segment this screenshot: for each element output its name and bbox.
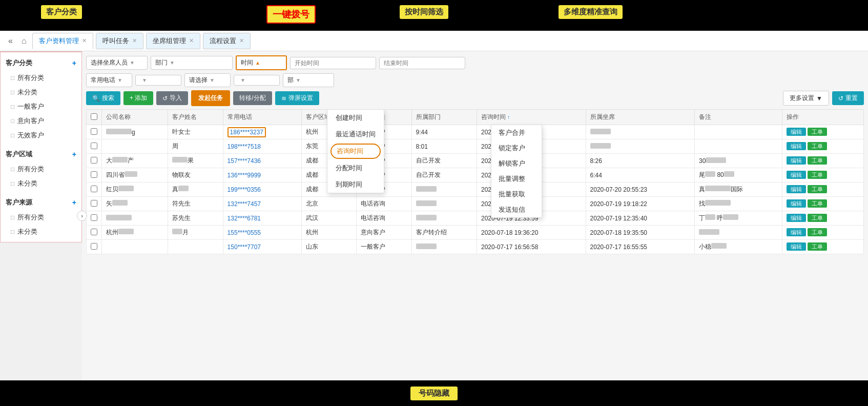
sidebar-item-source-uncategorized[interactable]: □ 未分类 xyxy=(1,225,81,239)
cell-phone[interactable]: 132****6781 xyxy=(223,211,301,226)
cell-phone[interactable]: 155****0555 xyxy=(223,226,301,240)
filter-select-4[interactable]: ▼ xyxy=(234,75,280,86)
menu-unlock[interactable]: 解锁客户 xyxy=(491,156,542,171)
sidebar-collapse-btn[interactable]: › xyxy=(77,211,87,221)
edit-btn[interactable]: 编辑 xyxy=(787,228,806,236)
ticket-btn[interactable]: 工单 xyxy=(808,199,827,208)
cell-name: 物联友 xyxy=(168,168,223,182)
table-row: 矢 符先生 132****7457 北京 电话咨询 2020-07-19 19:… xyxy=(87,197,864,211)
sidebar-item-intent-customer[interactable]: □ 意向客户 xyxy=(1,114,81,128)
add-customer-region-btn[interactable]: + xyxy=(72,150,76,158)
edit-btn[interactable]: 编辑 xyxy=(787,185,806,193)
col-note: 备注 xyxy=(695,110,782,125)
filter-select-3[interactable]: 请选择 ▼ xyxy=(184,73,231,87)
filter-select-2[interactable]: ▼ xyxy=(135,75,181,86)
start-time-input[interactable] xyxy=(290,57,376,69)
close-tab-call[interactable]: ✕ xyxy=(132,37,137,44)
row-checkbox[interactable] xyxy=(91,186,97,192)
row-checkbox[interactable] xyxy=(91,157,97,164)
end-time-input[interactable] xyxy=(379,57,465,69)
menu-batch-adjust[interactable]: 批量调整 xyxy=(491,171,542,187)
task-button[interactable]: 发起任务 xyxy=(191,90,230,106)
ticket-btn[interactable]: 工单 xyxy=(808,228,827,236)
dept-select[interactable]: 部门 ▼ xyxy=(151,56,233,70)
cell-phone[interactable]: 198****7518 xyxy=(223,139,301,154)
ticket-btn[interactable]: 工单 xyxy=(808,242,827,251)
menu-lock[interactable]: 锁定客户 xyxy=(491,140,542,156)
cell-phone[interactable]: 199****0356 xyxy=(223,182,301,197)
transfer-button[interactable]: 转移/分配 xyxy=(233,91,272,105)
close-tab-flow[interactable]: ✕ xyxy=(239,37,244,44)
ticket-btn[interactable]: 工单 xyxy=(808,214,827,222)
time-select[interactable]: 时间 ▲ xyxy=(236,55,287,70)
sidebar-section-customer-region[interactable]: 客户区域 + xyxy=(1,147,81,162)
sidebar-item-general-customer[interactable]: □ 一般客户 xyxy=(1,99,81,114)
sidebar-section-customer-category[interactable]: 客户分类 + xyxy=(1,55,81,71)
dept-select-2[interactable]: 部 ▼ xyxy=(283,73,334,87)
sidebar-item-invalid-customer[interactable]: □ 无效客户 xyxy=(1,128,81,143)
time-option-consult[interactable]: 咨询时间 xyxy=(330,144,381,159)
cell-note: 找 xyxy=(695,197,782,211)
cell-phone[interactable]: 132****7457 xyxy=(223,197,301,211)
menu-merge[interactable]: 客户合并 xyxy=(491,125,542,140)
row-checkbox[interactable] xyxy=(91,243,97,250)
row-checkbox[interactable] xyxy=(91,128,97,135)
ticket-btn[interactable]: 工单 xyxy=(808,142,827,150)
row-checkbox[interactable] xyxy=(91,214,97,221)
tab-call[interactable]: 呼叫任务 ✕ xyxy=(96,33,143,49)
collapse-icon[interactable]: « xyxy=(5,34,16,48)
cell-phone[interactable]: 136****9999 xyxy=(223,168,301,182)
time-option-assign[interactable]: 分配时间 xyxy=(327,160,384,176)
agent-select[interactable]: 选择坐席人员 ▼ xyxy=(86,56,148,70)
ticket-btn[interactable]: 工单 xyxy=(808,185,827,193)
close-tab-customer[interactable]: ✕ xyxy=(82,37,87,44)
row-checkbox[interactable] xyxy=(91,171,97,178)
menu-batch-get[interactable]: 批量获取 xyxy=(491,187,542,202)
edit-btn[interactable]: 编辑 xyxy=(787,242,806,251)
add-customer-source-btn[interactable]: + xyxy=(72,198,76,207)
popup-button[interactable]: ≋ 弹屏设置 xyxy=(275,91,319,105)
home-icon[interactable]: ⌂ xyxy=(18,34,30,48)
sidebar-item-uncategorized[interactable]: □ 未分类 xyxy=(1,85,81,99)
row-checkbox[interactable] xyxy=(91,143,97,149)
sidebar-section-customer-source[interactable]: 客户来源 + xyxy=(1,195,81,210)
sidebar-item-region-all[interactable]: □ 所有分类 xyxy=(1,162,81,176)
menu-send-sms[interactable]: 发送短信 xyxy=(491,202,542,217)
import-button[interactable]: ↺ 导入 xyxy=(156,91,188,105)
reset-button[interactable]: ↺ 重置 xyxy=(832,91,864,105)
edit-btn[interactable]: 编辑 xyxy=(787,128,806,136)
sidebar-item-region-uncategorized[interactable]: □ 未分类 xyxy=(1,176,81,191)
cell-phone[interactable]: 186****3237 xyxy=(223,125,301,139)
cell-company: 大产 xyxy=(102,154,168,168)
more-settings-button[interactable]: 更多设置 ▼ xyxy=(783,91,829,106)
select-all-checkbox[interactable] xyxy=(91,113,97,120)
tab-flow[interactable]: 流程设置 ✕ xyxy=(203,33,251,49)
tab-customer[interactable]: 客户资料管理 ✕ xyxy=(32,33,93,49)
time-option-create[interactable]: 创建时间 xyxy=(327,110,384,126)
add-customer-category-btn[interactable]: + xyxy=(72,59,76,67)
edit-btn[interactable]: 编辑 xyxy=(787,156,806,165)
edit-btn[interactable]: 编辑 xyxy=(787,214,806,222)
row-checkbox[interactable] xyxy=(91,229,97,235)
filter-select-2-arrow: ▼ xyxy=(142,77,147,83)
cell-note: 尾 80 xyxy=(695,168,782,182)
row-checkbox[interactable] xyxy=(91,200,97,207)
add-button[interactable]: + 添加 xyxy=(123,91,153,105)
tab-agent[interactable]: 坐席组管理 ✕ xyxy=(146,33,200,49)
edit-btn[interactable]: 编辑 xyxy=(787,142,806,150)
time-option-recent-call[interactable]: 最近通话时间 xyxy=(327,126,384,143)
ticket-btn[interactable]: 工单 xyxy=(808,156,827,165)
search-button[interactable]: 🔍 搜索 xyxy=(86,91,120,105)
doc-icon: □ xyxy=(11,228,14,235)
sidebar-item-all-category[interactable]: □ 所有分类 xyxy=(1,71,81,85)
cell-phone[interactable]: 157****7436 xyxy=(223,154,301,168)
ticket-btn[interactable]: 工单 xyxy=(808,128,827,136)
ticket-btn[interactable]: 工单 xyxy=(808,171,827,179)
edit-btn[interactable]: 编辑 xyxy=(787,171,806,179)
sidebar-item-source-all[interactable]: □ 所有分类 xyxy=(1,210,81,225)
time-option-expire[interactable]: 到期时间 xyxy=(327,176,384,193)
phone-type-select[interactable]: 常用电话 ▼ xyxy=(86,73,132,87)
cell-phone[interactable]: 150****7707 xyxy=(223,240,301,254)
close-tab-agent[interactable]: ✕ xyxy=(189,37,194,44)
edit-btn[interactable]: 编辑 xyxy=(787,199,806,208)
